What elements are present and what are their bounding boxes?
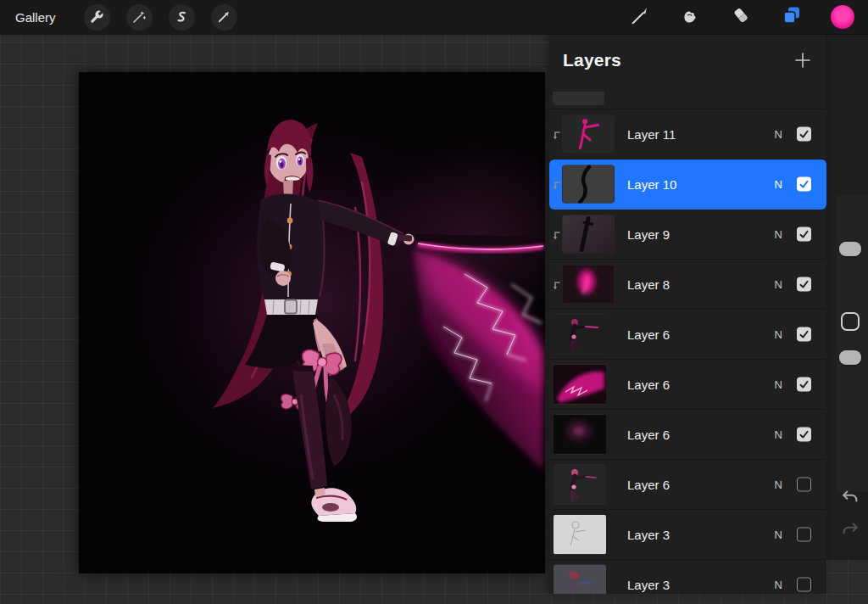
drawing-canvas[interactable] bbox=[79, 72, 545, 573]
undo-button[interactable] bbox=[838, 487, 862, 511]
layer-name: Layer 6 bbox=[627, 478, 670, 492]
wrench-icon bbox=[89, 9, 104, 25]
layer-thumbnail[interactable] bbox=[562, 165, 615, 204]
blend-mode-button[interactable]: N bbox=[775, 328, 782, 341]
layer-row[interactable]: Layer 6 N bbox=[549, 460, 826, 510]
redo-button[interactable] bbox=[838, 519, 862, 543]
layer-row[interactable]: Layer 3 N bbox=[549, 560, 826, 594]
layer-name: Layer 10 bbox=[627, 177, 676, 192]
eraser-tool-button[interactable] bbox=[715, 0, 766, 34]
blend-mode-button[interactable]: N bbox=[775, 428, 782, 441]
eraser-icon bbox=[731, 5, 751, 29]
top-toolbar: Gallery bbox=[0, 0, 868, 34]
layers-panel-title: Layers bbox=[563, 50, 621, 70]
opacity-handle[interactable] bbox=[839, 350, 861, 365]
undo-icon bbox=[841, 488, 860, 510]
layer-name: Layer 11 bbox=[627, 127, 676, 142]
layer-visibility-checkbox[interactable] bbox=[797, 528, 811, 542]
clipping-mask-arrow-icon bbox=[552, 179, 561, 189]
layer-thumbnail[interactable] bbox=[554, 464, 606, 505]
layer-thumbnail[interactable] bbox=[554, 564, 606, 594]
layer-visibility-checkbox[interactable] bbox=[797, 327, 811, 342]
layer-visibility-checkbox[interactable] bbox=[797, 227, 811, 242]
layer-row[interactable]: Layer 6 N bbox=[549, 310, 826, 360]
layers-tool-button[interactable] bbox=[766, 0, 817, 34]
layer-thumbnail[interactable] bbox=[554, 314, 606, 355]
magic-wand-icon bbox=[131, 9, 147, 25]
clipping-mask-arrow-icon bbox=[552, 229, 561, 239]
selection-s-icon bbox=[174, 9, 189, 25]
layer-name: Layer 6 bbox=[627, 327, 670, 342]
blend-mode-button[interactable]: N bbox=[775, 128, 782, 141]
layer-thumbnail[interactable] bbox=[554, 514, 606, 555]
selection-button[interactable] bbox=[169, 4, 195, 31]
layer-thumbnail[interactable] bbox=[554, 414, 606, 455]
layer-visibility-checkbox[interactable] bbox=[797, 127, 811, 142]
transform-arrow-icon bbox=[216, 9, 231, 25]
layer-name: Layer 9 bbox=[627, 227, 670, 242]
smudge-finger-icon bbox=[680, 5, 700, 29]
layer-row[interactable]: Layer 6 N bbox=[549, 410, 826, 460]
layer-visibility-checkbox[interactable] bbox=[797, 378, 811, 392]
gallery-button[interactable]: Gallery bbox=[15, 10, 56, 25]
layer-name: Layer 6 bbox=[627, 378, 670, 392]
layer-thumbnail[interactable] bbox=[562, 215, 615, 254]
blend-mode-button[interactable]: N bbox=[775, 528, 782, 541]
layer-row-partial-top[interactable] bbox=[549, 87, 826, 109]
actions-button[interactable] bbox=[84, 4, 110, 31]
modify-button[interactable] bbox=[841, 312, 860, 331]
blend-mode-button[interactable]: N bbox=[775, 478, 782, 491]
layer-visibility-checkbox[interactable] bbox=[797, 277, 811, 292]
layer-name: Layer 8 bbox=[627, 277, 670, 292]
clipping-mask-arrow-icon bbox=[552, 279, 561, 289]
procreate-workspace: Gallery bbox=[0, 0, 868, 604]
adjustments-button[interactable] bbox=[126, 4, 153, 31]
add-layer-button[interactable] bbox=[793, 50, 813, 70]
blend-mode-button[interactable]: N bbox=[775, 178, 782, 191]
layer-thumbnail bbox=[553, 92, 604, 105]
layer-name: Layer 3 bbox=[627, 578, 670, 592]
color-tool-button[interactable] bbox=[817, 0, 868, 34]
layer-name: Layer 6 bbox=[627, 428, 670, 442]
blend-mode-button[interactable]: N bbox=[775, 579, 782, 591]
layer-thumbnail[interactable] bbox=[562, 115, 615, 154]
brush-tool-button[interactable] bbox=[614, 0, 665, 34]
transform-button[interactable] bbox=[211, 4, 237, 31]
layer-row[interactable]: Layer 3 N bbox=[549, 510, 826, 560]
layer-list: Layer 11 N Layer 10 N bbox=[549, 109, 826, 594]
layer-thumbnail[interactable] bbox=[554, 364, 606, 405]
layer-visibility-checkbox[interactable] bbox=[797, 578, 811, 592]
side-controls bbox=[826, 34, 868, 560]
layer-row[interactable]: Layer 10 N bbox=[549, 159, 826, 210]
blend-mode-button[interactable]: N bbox=[775, 378, 782, 391]
clipping-mask-arrow-icon bbox=[552, 129, 561, 139]
brush-size-handle[interactable] bbox=[839, 242, 861, 256]
paint-brush-icon bbox=[629, 5, 649, 29]
layers-icon bbox=[781, 4, 803, 30]
layer-row[interactable]: Layer 9 N bbox=[549, 210, 826, 260]
layer-row[interactable]: Layer 8 N bbox=[549, 260, 826, 310]
blend-mode-button[interactable]: N bbox=[775, 278, 782, 291]
opacity-slider[interactable] bbox=[837, 344, 868, 492]
layer-row[interactable]: Layer 11 N bbox=[549, 109, 826, 159]
artwork-illustration bbox=[79, 72, 545, 573]
redo-icon bbox=[841, 520, 860, 542]
layer-visibility-checkbox[interactable] bbox=[797, 428, 811, 442]
layer-visibility-checkbox[interactable] bbox=[797, 478, 811, 492]
layers-panel: Layers Layer 11 N bbox=[549, 34, 826, 594]
layers-panel-header: Layers bbox=[549, 34, 826, 87]
smudge-tool-button[interactable] bbox=[665, 0, 715, 34]
layer-thumbnail[interactable] bbox=[562, 266, 615, 304]
layer-name: Layer 3 bbox=[627, 528, 670, 542]
color-swatch-icon bbox=[831, 5, 854, 29]
layer-row[interactable]: Layer 6 N bbox=[549, 360, 826, 410]
layer-visibility-checkbox[interactable] bbox=[797, 177, 811, 192]
blend-mode-button[interactable]: N bbox=[775, 228, 782, 241]
